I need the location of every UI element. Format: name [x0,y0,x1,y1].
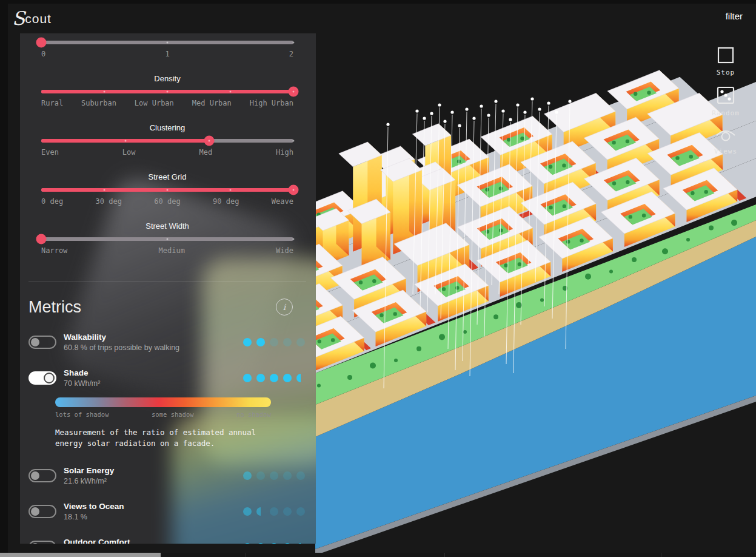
stop-icon [717,46,735,64]
dice-icon [716,86,735,105]
shade-rating-dots [243,374,305,382]
views-to-ocean-toggle[interactable] [28,505,56,518]
street-grid-slider-track[interactable] [41,188,293,192]
metric-value: 21.6 kWh/m² [64,477,243,485]
slider-street-width: Street Width Narrow Medium Wide [28,221,306,255]
random-button[interactable]: Random [712,86,740,117]
metric-label: Outdoor Comfort [64,538,243,544]
walkability-rating-dots [243,338,305,346]
logo-script-s: S [12,7,25,29]
metric-row-walkability: Walkability 60.8 % of trips possible by … [28,331,306,353]
stop-button[interactable]: Stop [717,46,735,76]
metric-value: 70 kWh/m² [64,379,243,388]
toggle-knob [31,471,39,480]
toggle-knob [31,338,39,346]
metric-label: Solar Energy [64,466,243,475]
clustering-slider-track[interactable] [41,139,293,143]
city-3d-render [315,33,756,557]
metric-row-outdoor-comfort: Outdoor Comfort 94.4 % of year area is i… [28,536,306,544]
slider-street-grid: Street Grid 0 deg 30 deg 60 deg 90 deg W… [28,172,306,206]
generations-slider-handle[interactable] [36,38,47,48]
metrics-title: Metrics [28,298,81,317]
shade-description: Measurement of the ratio of estimated an… [55,427,271,449]
slider-density: Density Rural Suburban Low Urban Med Urb… [28,74,306,107]
scrollbar-thumb[interactable] [0,553,161,557]
density-slider-track[interactable] [41,90,293,93]
slider-generations: 0 1 2 [28,41,306,58]
city-3d-viewport[interactable] [315,33,756,557]
street-width-title: Street Width [41,221,293,231]
clustering-title: Clustering [41,123,293,133]
solar-energy-toggle[interactable] [28,469,56,482]
horizontal-scrollbar[interactable] [0,553,756,557]
toggle-knob [44,373,55,383]
filter-link[interactable]: filter [726,11,743,21]
street-width-slider-handle[interactable] [36,234,47,245]
window-edge-top [0,0,756,4]
toggle-knob [31,507,39,516]
solar-energy-rating-dots [243,471,305,480]
shade-legend: lots of shadow some shadow no shadow Mea… [55,397,271,449]
slider-clustering: Clustering Even Low Med High [28,123,306,157]
street-width-slider-track[interactable] [41,237,293,241]
app-logo[interactable]: Scout [12,7,52,29]
shade-toggle[interactable] [28,371,56,385]
views-to-ocean-rating-dots [243,507,305,516]
views-button[interactable]: Views [714,126,737,155]
metric-label: Views to Ocean [64,502,243,511]
metric-label: Shade [64,368,243,377]
outdoor-comfort-rating-dots [243,543,305,544]
metric-label: Walkability [64,333,243,342]
shade-gradient-bar [55,397,271,407]
control-panel: 0 1 2 Density Rural Suburban Low Urban M… [20,33,316,544]
metric-row-solar-energy: Solar Energy 21.6 kWh/m² [28,465,306,487]
side-toolbar: Stop Random Views [700,46,751,155]
street-grid-title: Street Grid [41,172,293,182]
outdoor-comfort-toggle[interactable] [28,541,56,544]
metric-row-shade: Shade 70 kWh/m² [28,367,306,389]
info-button[interactable]: i [276,299,293,316]
walkability-toggle[interactable] [28,336,56,349]
eye-icon [714,126,737,143]
generations-slider-track[interactable] [41,41,293,44]
section-divider [28,282,306,282]
window-edge [0,0,8,557]
metric-value: 18.1 % [64,513,243,521]
metric-row-views-to-ocean: Views to Ocean 18.1 % [28,501,306,522]
metric-value: 60.8 % of trips possible by walking [64,343,243,352]
toggle-knob [31,543,39,544]
density-title: Density [41,74,293,84]
